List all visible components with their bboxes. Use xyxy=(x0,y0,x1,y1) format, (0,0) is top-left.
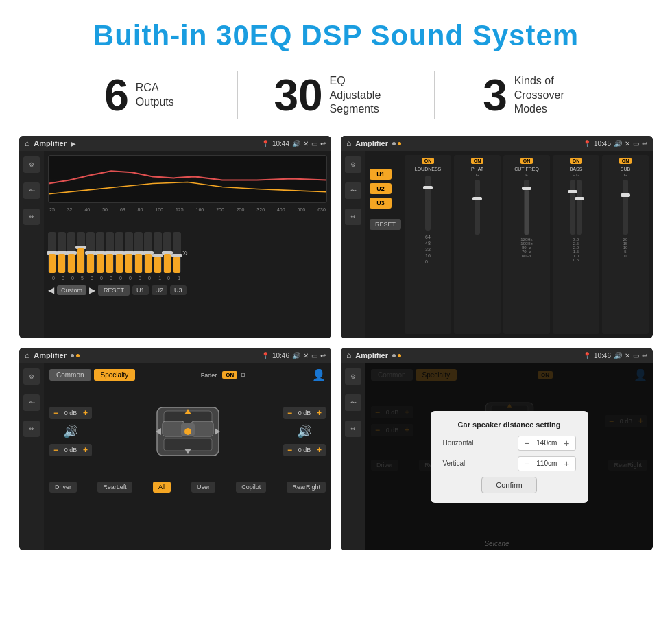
rear-right-btn[interactable]: RearRight xyxy=(287,482,326,493)
front-right-minus[interactable]: − xyxy=(287,408,292,418)
eq-custom-btn[interactable]: Custom xyxy=(57,285,86,295)
eq-slider-3[interactable] xyxy=(77,232,85,273)
u1-btn[interactable]: U1 xyxy=(370,169,392,180)
eq-reset-btn[interactable]: RESET xyxy=(98,285,130,296)
crossover-sidebar-btn2[interactable]: 〜 xyxy=(345,182,361,199)
horizontal-plus-btn[interactable]: + xyxy=(564,438,569,449)
eq-status-bar: ⌂ Amplifier ▶ 📍 10:44 🔊 ✕ ▭ ↩ xyxy=(19,136,331,151)
home-icon-2[interactable]: ⌂ xyxy=(346,139,351,148)
eq-close-icon[interactable]: ✕ xyxy=(303,140,309,147)
distance-sidebar-btn3[interactable]: ⇔ xyxy=(345,421,361,437)
rear-right-plus[interactable]: + xyxy=(317,445,322,455)
front-right-plus[interactable]: + xyxy=(317,408,322,418)
vertical-plus-btn[interactable]: + xyxy=(564,458,569,469)
sub-label: SUB xyxy=(621,167,630,172)
stat-number-rca: 6 xyxy=(104,73,129,117)
eq-slider-2[interactable] xyxy=(67,232,75,273)
crossover-time: 10:45 xyxy=(594,140,611,147)
vertical-minus-btn[interactable]: − xyxy=(524,458,529,469)
phat-slider[interactable] xyxy=(475,180,480,235)
cutfreq-on-badge[interactable]: ON xyxy=(520,158,533,164)
distance-window-icon[interactable]: ▭ xyxy=(633,352,639,359)
all-btn[interactable]: All xyxy=(153,482,171,493)
speaker-close-icon[interactable]: ✕ xyxy=(303,352,309,359)
rear-right-minus[interactable]: − xyxy=(287,445,292,455)
distance-status-bar: ⌂ Amplifier 📍 10:46 🔊 ✕ ▭ ↩ xyxy=(341,348,653,363)
eq-slider-8[interactable] xyxy=(125,232,133,273)
front-left-minus[interactable]: − xyxy=(53,408,58,418)
eq-slider-4[interactable] xyxy=(86,232,95,273)
eq-slider-13[interactable] xyxy=(173,232,181,273)
front-left-plus[interactable]: + xyxy=(83,408,88,418)
crossover-window-icon[interactable]: ▭ xyxy=(633,140,639,147)
user-btn[interactable]: User xyxy=(191,482,215,493)
crossover-sidebar-btn1[interactable]: ⚙ xyxy=(345,156,361,173)
speaker-sidebar-btn3[interactable]: ⇔ xyxy=(23,421,40,437)
speaker-window-icon[interactable]: ▭ xyxy=(311,352,317,359)
home-icon[interactable]: ⌂ xyxy=(25,139,29,148)
distance-location-icon: 📍 xyxy=(583,352,591,359)
horizontal-minus-btn[interactable]: − xyxy=(524,438,529,449)
bass-slider-2[interactable] xyxy=(577,180,582,235)
distance-sidebar-btn1[interactable]: ⚙ xyxy=(345,368,361,385)
u3-btn[interactable]: U3 xyxy=(370,198,392,209)
eq-slider-11[interactable] xyxy=(154,232,162,273)
driver-btn[interactable]: Driver xyxy=(49,482,77,493)
fader-on-toggle[interactable]: ON xyxy=(222,371,237,379)
eq-sidebar-btn2[interactable]: 〜 xyxy=(23,182,40,199)
sub-slider[interactable] xyxy=(623,180,628,235)
bass-label: BASS xyxy=(570,167,583,172)
rear-left-plus[interactable]: + xyxy=(83,445,88,455)
distance-back-icon[interactable]: ↩ xyxy=(642,352,647,359)
specialty-tab[interactable]: Specialty xyxy=(94,369,136,381)
cutfreq-slider[interactable] xyxy=(524,180,529,235)
cutfreq-label: CUT FREQ xyxy=(514,167,539,172)
sub-on-badge[interactable]: ON xyxy=(619,158,632,164)
eq-prev-btn[interactable]: ◀ xyxy=(48,285,54,295)
distance-close-icon[interactable]: ✕ xyxy=(625,352,630,359)
eq-next-btn[interactable]: ▶ xyxy=(89,285,95,295)
eq-slider-5[interactable] xyxy=(96,232,104,273)
common-tab[interactable]: Common xyxy=(49,369,91,381)
eq-u2-btn[interactable]: U2 xyxy=(152,285,168,295)
bass-on-badge[interactable]: ON xyxy=(570,158,583,164)
u2-btn[interactable]: U2 xyxy=(370,183,392,194)
confirm-button[interactable]: Confirm xyxy=(481,477,537,493)
distance-sidebar-btn2[interactable]: 〜 xyxy=(345,394,361,411)
loudness-on-badge[interactable]: ON xyxy=(422,158,435,164)
speaker-sidebar-btn2[interactable]: 〜 xyxy=(23,394,40,411)
bass-slider-1[interactable] xyxy=(570,180,575,235)
loudness-slider[interactable] xyxy=(425,176,431,231)
home-icon-4[interactable]: ⌂ xyxy=(346,351,351,360)
phat-on-badge[interactable]: ON xyxy=(471,158,484,164)
eq-slider-12[interactable] xyxy=(163,232,171,273)
eq-u3-btn[interactable]: U3 xyxy=(170,285,187,295)
home-icon-3[interactable]: ⌂ xyxy=(25,351,29,360)
crossover-sidebar-btn3[interactable]: ⇔ xyxy=(345,209,361,225)
eq-controls: ◀ Custom ▶ RESET U1 U2 U3 xyxy=(48,285,327,296)
copilot-btn[interactable]: Copilot xyxy=(236,482,266,493)
eq-sidebar-btn1[interactable]: ⚙ xyxy=(23,156,40,173)
eq-slider-10[interactable] xyxy=(144,232,152,273)
eq-back-icon[interactable]: ↩ xyxy=(320,140,326,147)
eq-slider-1[interactable] xyxy=(58,232,66,273)
speaker-sidebar-btn1[interactable]: ⚙ xyxy=(23,368,40,385)
fader-settings-icon[interactable]: ⚙ xyxy=(240,371,246,379)
eq-u1-btn[interactable]: U1 xyxy=(132,285,149,295)
speaker-back-icon[interactable]: ↩ xyxy=(320,352,326,359)
eq-expand-btn[interactable]: » xyxy=(182,232,196,273)
rear-left-btn[interactable]: RearLeft xyxy=(97,482,132,493)
crossover-reset-btn[interactable]: RESET xyxy=(370,219,401,230)
eq-window-icon[interactable]: ▭ xyxy=(311,140,317,147)
eq-slider-7[interactable] xyxy=(115,232,123,273)
crossover-back-icon[interactable]: ↩ xyxy=(642,140,647,147)
front-right-speaker-icon: 🔊 xyxy=(297,424,312,439)
speaker-tabs: Common Specialty xyxy=(49,369,135,381)
eq-slider-0[interactable] xyxy=(48,232,56,273)
speaker-user-icon[interactable]: 👤 xyxy=(312,368,326,381)
rear-left-minus[interactable]: − xyxy=(53,445,58,455)
eq-sidebar-btn3[interactable]: ⇔ xyxy=(23,209,40,225)
eq-slider-9[interactable] xyxy=(134,232,143,273)
crossover-close-icon[interactable]: ✕ xyxy=(625,140,630,147)
eq-slider-6[interactable] xyxy=(106,232,114,273)
